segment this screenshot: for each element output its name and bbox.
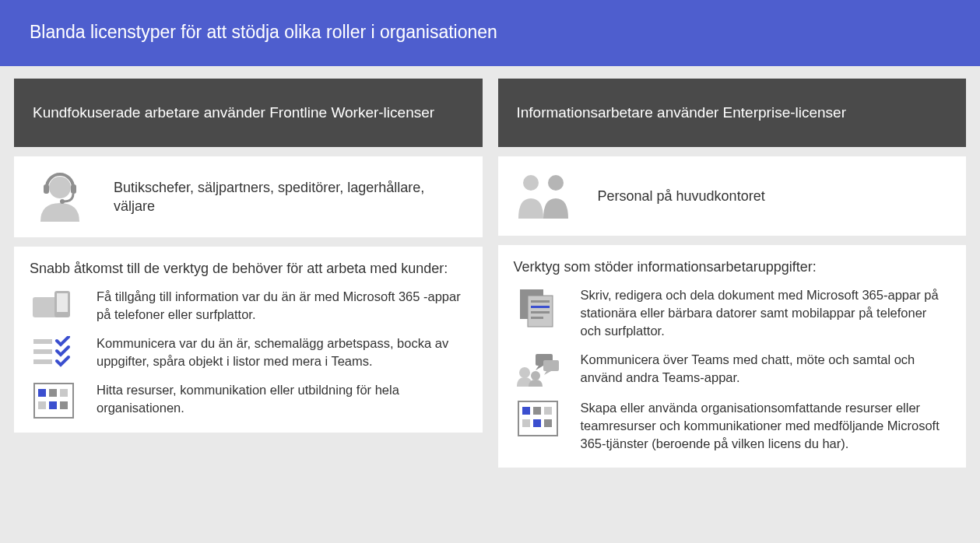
- svg-rect-11: [38, 389, 46, 397]
- feature-row: Få tillgång till information var du än ä…: [30, 288, 464, 324]
- enterprise-persona-card: Personal på huvudkontoret: [498, 156, 967, 236]
- feature-row: Kommunicera över Teams med chatt, möte o…: [514, 351, 948, 388]
- svg-point-26: [531, 371, 540, 380]
- svg-rect-32: [544, 407, 552, 415]
- enterprise-features-card: Verktyg som stöder informationsarbetarup…: [498, 245, 967, 468]
- svg-rect-30: [522, 407, 530, 415]
- calendar-grid-icon: [30, 381, 78, 419]
- svg-rect-10: [34, 384, 73, 418]
- svg-rect-16: [60, 401, 68, 409]
- enterprise-persona-text: Personal på huvudkontoret: [598, 187, 765, 205]
- svg-point-18: [548, 175, 564, 191]
- feature-row: Hitta resurser, kommunikation eller utbi…: [30, 381, 464, 419]
- frontline-feature-2: Kommunicera var du än är, schemalägg arb…: [97, 335, 464, 370]
- svg-rect-14: [38, 401, 46, 409]
- svg-rect-28: [543, 360, 559, 371]
- svg-point-3: [60, 199, 65, 204]
- feature-row: Skapa eller använda organisationsomfatta…: [514, 399, 948, 453]
- svg-rect-22: [531, 306, 550, 308]
- svg-rect-13: [60, 389, 68, 397]
- chat-people-icon: [514, 351, 562, 388]
- svg-rect-1: [44, 184, 49, 194]
- svg-rect-7: [33, 339, 52, 344]
- svg-rect-9: [33, 359, 52, 364]
- svg-rect-21: [531, 300, 550, 303]
- svg-rect-24: [531, 317, 543, 319]
- feature-row: Kommunicera var du än är, schemalägg arb…: [30, 335, 464, 370]
- svg-rect-15: [49, 401, 57, 409]
- enterprise-feature-3: Skapa eller använda organisationsomfatta…: [581, 399, 948, 453]
- svg-rect-33: [522, 419, 530, 427]
- frontline-feature-1: Få tillgång till information var du än ä…: [97, 288, 464, 324]
- page-title-banner: Blanda licenstyper för att stödja olika …: [0, 0, 980, 66]
- frontline-feature-3: Hitta resurser, kommunikation eller utbi…: [97, 381, 464, 417]
- svg-rect-12: [49, 389, 57, 397]
- column-frontline: Kundfokuserade arbetare använder Frontli…: [14, 79, 483, 468]
- column-enterprise: Informationsarbetare använder Enterprise…: [498, 79, 967, 468]
- enterprise-feature-2: Kommunicera över Teams med chatt, möte o…: [581, 351, 948, 387]
- columns: Kundfokuserade arbetare använder Frontli…: [0, 66, 980, 482]
- svg-rect-6: [57, 293, 68, 312]
- svg-point-17: [523, 175, 539, 191]
- devices-icon: [30, 288, 78, 324]
- svg-point-25: [519, 367, 530, 378]
- checklist-icon: [30, 335, 78, 369]
- headset-person-icon: [30, 170, 90, 223]
- svg-rect-8: [33, 349, 52, 354]
- enterprise-title: Informationsarbetare använder Enterprise…: [517, 103, 847, 123]
- frontline-persona-text: Butikschefer, säljpartners, speditörer, …: [114, 178, 464, 216]
- frontline-features-card: Snabb åtkomst till de verktyg de behöver…: [14, 247, 483, 433]
- svg-point-0: [49, 177, 71, 198]
- frontline-lead: Snabb åtkomst till de verktyg de behöver…: [30, 261, 464, 277]
- enterprise-lead: Verktyg som stöder informationsarbetarup…: [514, 259, 948, 275]
- svg-rect-2: [71, 184, 76, 194]
- documents-icon: [514, 286, 562, 328]
- frontline-title: Kundfokuserade arbetare använder Frontli…: [33, 103, 434, 123]
- svg-rect-23: [531, 311, 550, 314]
- frontline-persona-card: Butikschefer, säljpartners, speditörer, …: [14, 156, 483, 237]
- enterprise-feature-1: Skriv, redigera och dela dokument med Mi…: [581, 286, 948, 340]
- svg-rect-29: [518, 401, 557, 436]
- people-icon: [514, 170, 574, 222]
- enterprise-header: Informationsarbetare använder Enterprise…: [498, 79, 967, 147]
- svg-rect-35: [544, 419, 552, 427]
- calendar-grid-icon: [514, 399, 562, 436]
- svg-rect-34: [533, 419, 541, 427]
- svg-rect-31: [533, 407, 541, 415]
- page-title: Blanda licenstyper för att stödja olika …: [30, 22, 497, 42]
- feature-row: Skriv, redigera och dela dokument med Mi…: [514, 286, 948, 340]
- frontline-header: Kundfokuserade arbetare använder Frontli…: [14, 79, 483, 147]
